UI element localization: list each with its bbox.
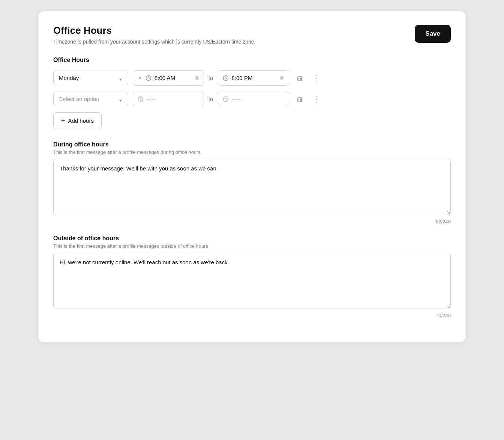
office-hours-card: Office Hours Timezone is pulled from you… — [38, 11, 466, 342]
page-subtitle: Timezone is pulled from your account set… — [53, 39, 256, 45]
hours-row-1: Monday ⌄ ⚬ ⊗ to ⊗ ⋮ — [53, 70, 451, 86]
clock-svg-start-1 — [146, 75, 152, 81]
during-hours-char-count: 62/240 — [53, 219, 451, 225]
delete-row-1-button[interactable] — [294, 73, 306, 83]
outside-hours-textarea[interactable]: Hi, we're not currently online. We'll re… — [53, 253, 451, 309]
to-label-1: to — [208, 75, 213, 81]
outside-hours-desc: This is the first message after a profil… — [53, 243, 451, 249]
end-time-field-1: ⊗ — [218, 70, 289, 86]
trash-icon-2 — [296, 95, 303, 103]
page-header: Office Hours Timezone is pulled from you… — [53, 25, 451, 45]
save-button[interactable]: Save — [415, 25, 451, 43]
more-options-row-1-button[interactable]: ⋮ — [310, 73, 322, 83]
outside-hours-char-count: 70/240 — [53, 313, 451, 318]
chevron-down-icon-2: ⌄ — [118, 96, 123, 102]
trash-icon-1 — [296, 74, 303, 82]
end-time-field-2 — [218, 92, 289, 106]
during-hours-textarea[interactable]: Thanks for your message! We'll be with y… — [53, 159, 451, 215]
add-hours-label: Add hours — [68, 118, 94, 124]
clock-svg-end-2 — [223, 96, 229, 102]
svg-rect-7 — [298, 98, 302, 102]
during-hours-desc: This is the first message after a profil… — [53, 149, 451, 155]
start-time-field-2 — [133, 92, 204, 106]
more-options-row-2-button[interactable]: ⋮ — [310, 94, 322, 104]
day-select-1[interactable]: Monday ⌄ — [53, 71, 128, 85]
end-time-input-1[interactable] — [232, 75, 276, 81]
clear-icon-start-1[interactable]: ⊗ — [194, 74, 199, 81]
day-select-1-value: Monday — [59, 75, 79, 81]
day-select-2[interactable]: Select an option ⌄ — [53, 92, 128, 106]
more-icon-2: ⋮ — [312, 95, 320, 103]
start-time-field-1: ⚬ ⊗ — [133, 70, 204, 86]
start-time-input-2[interactable] — [147, 96, 199, 102]
end-time-input-2[interactable] — [232, 96, 284, 102]
outside-hours-title: Outside of office hours — [53, 235, 451, 242]
day-select-2-value: Select an option — [59, 96, 99, 102]
during-hours-section: During office hours This is the first me… — [53, 141, 451, 225]
page-title: Office Hours — [53, 25, 256, 36]
outside-hours-section: Outside of office hours This is the firs… — [53, 235, 451, 318]
office-hours-section-label: Office Hours — [53, 57, 451, 63]
clock-svg-start-2 — [138, 96, 144, 102]
clock-svg-end-1 — [223, 75, 229, 81]
start-time-input-1[interactable] — [154, 75, 191, 81]
during-hours-title: During office hours — [53, 141, 451, 148]
clear-icon-end-1[interactable]: ⊗ — [279, 74, 284, 81]
svg-rect-2 — [298, 77, 302, 81]
hours-row-2: Select an option ⌄ to ⋮ — [53, 92, 451, 106]
to-label-2: to — [208, 96, 213, 102]
plus-icon: + — [61, 117, 65, 125]
more-icon-1: ⋮ — [312, 74, 320, 82]
delete-row-2-button[interactable] — [294, 94, 306, 104]
chevron-down-icon-1: ⌄ — [118, 75, 123, 81]
clock-icon-start-1: ⚬ — [138, 75, 142, 81]
header-text: Office Hours Timezone is pulled from you… — [53, 25, 256, 45]
add-hours-button[interactable]: + Add hours — [53, 112, 102, 129]
